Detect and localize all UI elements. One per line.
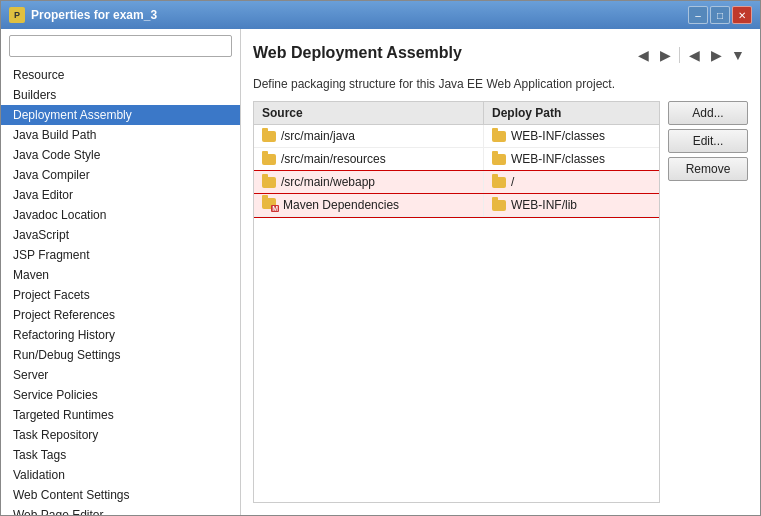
right-panel: Web Deployment Assembly ◀ ▶ ◀ ▶ ▼ Define… bbox=[241, 29, 760, 515]
col-deploy-header: Deploy Path bbox=[484, 102, 659, 124]
nav-item-task-repository[interactable]: Task Repository bbox=[1, 425, 240, 445]
nav-item-web-content-settings[interactable]: Web Content Settings bbox=[1, 485, 240, 505]
source-cell: /src/main/java bbox=[254, 125, 484, 147]
nav-item-deployment-assembly[interactable]: Deployment Assembly bbox=[1, 105, 240, 125]
properties-window: P Properties for exam_3 – □ ✕ ResourceBu… bbox=[0, 0, 761, 516]
close-button[interactable]: ✕ bbox=[732, 6, 752, 24]
nav-item-project-facets[interactable]: Project Facets bbox=[1, 285, 240, 305]
deploy-text: WEB-INF/classes bbox=[511, 129, 605, 143]
table-row[interactable]: /src/main/javaWEB-INF/classes bbox=[254, 125, 659, 148]
deploy-text: / bbox=[511, 175, 514, 189]
deploy-cell: WEB-INF/classes bbox=[484, 125, 659, 147]
nav-item-service-policies[interactable]: Service Policies bbox=[1, 385, 240, 405]
folder-icon bbox=[262, 177, 276, 188]
table-row[interactable]: M Maven DependenciesWEB-INF/lib bbox=[254, 194, 659, 217]
nav-item-refactoring-history[interactable]: Refactoring History bbox=[1, 325, 240, 345]
table-area: Source Deploy Path /src/main/javaWEB-INF… bbox=[253, 101, 748, 503]
content-area: ResourceBuildersDeployment AssemblyJava … bbox=[1, 29, 760, 515]
nav-item-validation[interactable]: Validation bbox=[1, 465, 240, 485]
search-input[interactable] bbox=[9, 35, 232, 57]
deploy-cell: WEB-INF/lib bbox=[484, 194, 659, 216]
toolbar: ◀ ▶ ◀ ▶ ▼ bbox=[633, 41, 748, 69]
nav-item-builders[interactable]: Builders bbox=[1, 85, 240, 105]
nav-item-server[interactable]: Server bbox=[1, 365, 240, 385]
button-panel: Add... Edit... Remove bbox=[668, 101, 748, 503]
edit-button[interactable]: Edit... bbox=[668, 129, 748, 153]
table-body: /src/main/javaWEB-INF/classes/src/main/r… bbox=[254, 125, 659, 217]
nav-right-button[interactable]: ▶ bbox=[706, 45, 726, 65]
nav-item-java-build-path[interactable]: Java Build Path bbox=[1, 125, 240, 145]
source-cell: /src/main/resources bbox=[254, 148, 484, 170]
source-text: /src/main/resources bbox=[281, 152, 386, 166]
add-button[interactable]: Add... bbox=[668, 101, 748, 125]
nav-menu-button[interactable]: ▼ bbox=[728, 45, 748, 65]
nav-item-java-editor[interactable]: Java Editor bbox=[1, 185, 240, 205]
table-row[interactable]: /src/main/webapp/ bbox=[254, 171, 659, 194]
page-description: Define packaging structure for this Java… bbox=[253, 77, 748, 91]
nav-list: ResourceBuildersDeployment AssemblyJava … bbox=[1, 63, 240, 515]
table-row[interactable]: /src/main/resourcesWEB-INF/classes bbox=[254, 148, 659, 171]
nav-item-project-references[interactable]: Project References bbox=[1, 305, 240, 325]
forward-button[interactable]: ▶ bbox=[655, 45, 675, 65]
table-header: Source Deploy Path bbox=[254, 102, 659, 125]
col-source-header: Source bbox=[254, 102, 484, 124]
title-bar-left: P Properties for exam_3 bbox=[9, 7, 157, 23]
deploy-folder-icon bbox=[492, 131, 506, 142]
maximize-button[interactable]: □ bbox=[710, 6, 730, 24]
deploy-folder-icon bbox=[492, 154, 506, 165]
folder-icon bbox=[262, 154, 276, 165]
window-controls: – □ ✕ bbox=[688, 6, 752, 24]
left-panel: ResourceBuildersDeployment AssemblyJava … bbox=[1, 29, 241, 515]
nav-item-maven[interactable]: Maven bbox=[1, 265, 240, 285]
nav-item-java-code-style[interactable]: Java Code Style bbox=[1, 145, 240, 165]
nav-item-javascript[interactable]: JavaScript bbox=[1, 225, 240, 245]
source-text: Maven Dependencies bbox=[283, 198, 399, 212]
nav-item-task-tags[interactable]: Task Tags bbox=[1, 445, 240, 465]
title-bar: P Properties for exam_3 – □ ✕ bbox=[1, 1, 760, 29]
source-cell: M Maven Dependencies bbox=[254, 194, 484, 216]
nav-item-web-page-editor[interactable]: Web Page Editor bbox=[1, 505, 240, 515]
deploy-text: WEB-INF/classes bbox=[511, 152, 605, 166]
deploy-text: WEB-INF/lib bbox=[511, 198, 577, 212]
maven-icon: M bbox=[262, 198, 278, 212]
page-title: Web Deployment Assembly bbox=[253, 44, 462, 62]
back-button[interactable]: ◀ bbox=[633, 45, 653, 65]
source-cell: /src/main/webapp bbox=[254, 171, 484, 193]
nav-item-javadoc-location[interactable]: Javadoc Location bbox=[1, 205, 240, 225]
nav-item-run-debug-settings[interactable]: Run/Debug Settings bbox=[1, 345, 240, 365]
source-text: /src/main/java bbox=[281, 129, 355, 143]
assembly-table: Source Deploy Path /src/main/javaWEB-INF… bbox=[253, 101, 660, 503]
folder-icon bbox=[262, 131, 276, 142]
nav-item-java-compiler[interactable]: Java Compiler bbox=[1, 165, 240, 185]
nav-left-button[interactable]: ◀ bbox=[684, 45, 704, 65]
deploy-cell: / bbox=[484, 171, 659, 193]
nav-item-targeted-runtimes[interactable]: Targeted Runtimes bbox=[1, 405, 240, 425]
deploy-cell: WEB-INF/classes bbox=[484, 148, 659, 170]
header-row: Web Deployment Assembly ◀ ▶ ◀ ▶ ▼ bbox=[253, 41, 748, 73]
deploy-folder-icon bbox=[492, 177, 506, 188]
window-title: Properties for exam_3 bbox=[31, 8, 157, 22]
minimize-button[interactable]: – bbox=[688, 6, 708, 24]
remove-button[interactable]: Remove bbox=[668, 157, 748, 181]
deploy-folder-icon bbox=[492, 200, 506, 211]
nav-item-jsp-fragment[interactable]: JSP Fragment bbox=[1, 245, 240, 265]
source-text: /src/main/webapp bbox=[281, 175, 375, 189]
toolbar-separator bbox=[679, 47, 680, 63]
nav-item-resource[interactable]: Resource bbox=[1, 65, 240, 85]
window-icon: P bbox=[9, 7, 25, 23]
